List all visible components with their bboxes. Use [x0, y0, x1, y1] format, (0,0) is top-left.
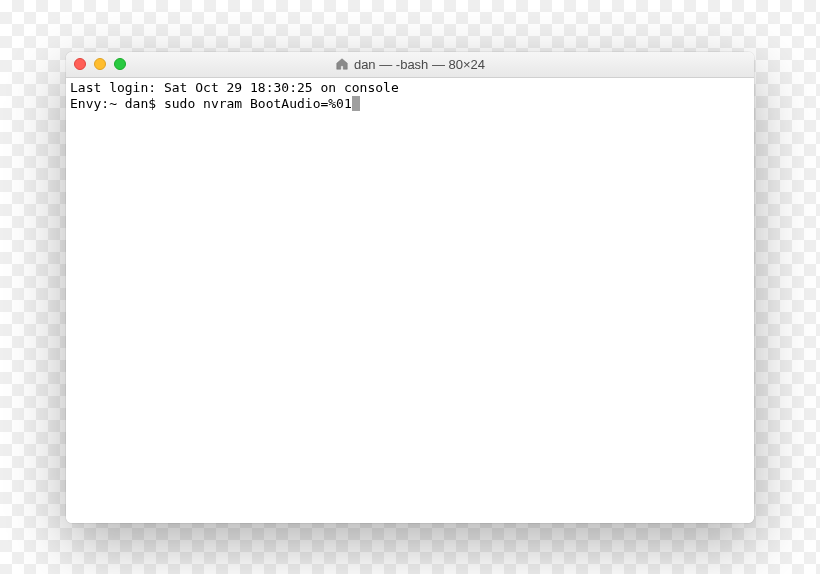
- terminal-body[interactable]: Last login: Sat Oct 29 18:30:25 on conso…: [66, 78, 754, 523]
- command-text: sudo nvram BootAudio=%01: [164, 96, 352, 111]
- close-button[interactable]: [74, 58, 86, 70]
- window-title: dan — -bash — 80×24: [354, 57, 485, 72]
- terminal-window: dan — -bash — 80×24 Last login: Sat Oct …: [66, 52, 754, 523]
- shell-prompt: Envy:~ dan$: [70, 96, 164, 111]
- home-icon: [335, 57, 349, 71]
- prompt-line: Envy:~ dan$ sudo nvram BootAudio=%01: [70, 96, 750, 112]
- last-login-line: Last login: Sat Oct 29 18:30:25 on conso…: [70, 80, 750, 96]
- window-title-area: dan — -bash — 80×24: [66, 57, 754, 72]
- titlebar[interactable]: dan — -bash — 80×24: [66, 52, 754, 78]
- maximize-button[interactable]: [114, 58, 126, 70]
- minimize-button[interactable]: [94, 58, 106, 70]
- traffic-lights: [74, 58, 126, 70]
- cursor: [352, 96, 360, 111]
